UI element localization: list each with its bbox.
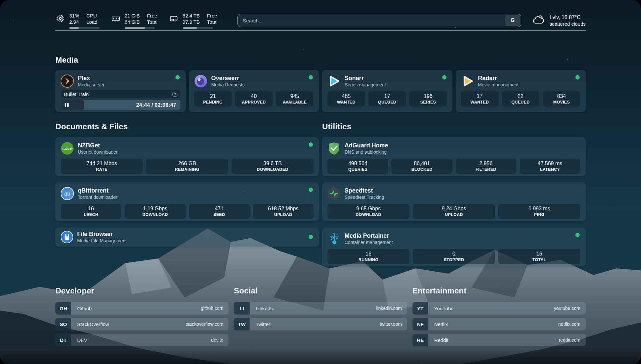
link-stackoverflow[interactable]: SO StackOverflow stackoverflow.com [55, 318, 229, 330]
stat-tile: 39.6 TBDOWNLOADED [231, 159, 314, 174]
weather-widget[interactable]: Lviv, 16.87°C scattered clouds [533, 14, 586, 27]
disk-free-label: Free [207, 13, 218, 19]
stat-tile: 16TOTAL [498, 249, 580, 264]
stat-tile: 0.993 msPING [498, 204, 580, 219]
link-url: twitter.com [380, 321, 402, 327]
link-url: youtube.com [554, 306, 580, 311]
link-name: Netflix [434, 321, 558, 327]
link-url: dev.to [211, 337, 223, 343]
link-reddit[interactable]: RE Reddit reddit.com [412, 334, 586, 346]
memory-icon [111, 14, 121, 25]
stat-tile: 0STOPPED [413, 249, 495, 264]
entertainment-heading: Entertainment [412, 286, 586, 295]
netflix-badge: NF [412, 318, 428, 330]
filebrowser-status-dot [309, 235, 313, 239]
adguard-card[interactable]: AdGuard Home DNS and adblocking 498,564Q… [322, 137, 586, 176]
portainer-card[interactable]: Media Portainer Container management 16R… [322, 228, 586, 266]
reddit-badge: RE [412, 334, 428, 346]
linkedin-badge: LI [234, 302, 250, 315]
link-youtube[interactable]: YT YouTube youtube.com [412, 302, 586, 315]
sonarr-status-dot [442, 75, 446, 79]
pause-icon [65, 103, 69, 107]
link-url: stackoverflow.com [186, 321, 223, 327]
adguard-icon [327, 142, 341, 155]
memory-stat: 21 GiB64 GiB FreeTotal [111, 13, 158, 29]
plex-subtitle: Media server [78, 82, 105, 88]
filebrowser-card[interactable]: File Browser Media File Management [55, 228, 319, 247]
stat-tile: 2,956FILTERED [456, 159, 516, 174]
speedtest-icon [327, 187, 341, 200]
memory-total-value: 64 GiB [125, 19, 140, 25]
link-netflix[interactable]: NF Netflix netflix.com [412, 318, 586, 330]
nzbget-card[interactable]: nzbget NZBGet Usenet downloader 744.21 M… [55, 137, 319, 176]
search-bar: G [237, 14, 521, 27]
overseerr-card[interactable]: Overseerr Media Requests 21PENDING 40APP… [189, 70, 319, 112]
nzbget-title: NZBGet [78, 142, 118, 149]
link-name: YouTube [434, 306, 554, 311]
link-github[interactable]: GH Github github.com [55, 302, 229, 315]
dashboard-screen: 31%2.94 CPULoad 21 GiB64 GiB FreeTotal [0, 0, 641, 364]
developer-heading: Developer [55, 286, 229, 295]
overseerr-status-dot [309, 75, 313, 79]
memory-progress-bar [125, 27, 155, 29]
portainer-icon [327, 232, 341, 245]
overseerr-icon [194, 75, 207, 88]
plex-progress-bar[interactable]: 24:44 / 02:06:47 [61, 100, 180, 110]
link-dev[interactable]: DT DEV dev.to [55, 334, 229, 346]
sonarr-subtitle: Series management [345, 82, 386, 88]
stat-tile: 21PENDING [194, 91, 232, 106]
stat-tile: 1.19 GbpsDOWNLOAD [125, 204, 185, 219]
stat-tile: 17WANTED [461, 91, 499, 106]
qbittorrent-status-dot [309, 188, 313, 192]
cpu-stat: 31%2.94 CPULoad [55, 13, 100, 29]
stackoverflow-badge: SO [55, 318, 71, 330]
search-engine-button[interactable]: G [505, 15, 520, 26]
section-utilities: Utilities AdGuard Home DNS and adblockin… [322, 120, 586, 266]
nzbget-status-dot [309, 142, 313, 147]
disk-progress-bar [183, 27, 213, 29]
filebrowser-icon [61, 231, 73, 243]
disk-free-value: 52.4 TB [183, 13, 200, 19]
stat-tile: 744.21 MbpsRATE [61, 159, 143, 174]
disk-icon [169, 14, 179, 25]
qbittorrent-card[interactable]: qb qBittorrent Torrent downloader 16LEEC… [55, 182, 319, 221]
radarr-status-dot [575, 75, 580, 79]
radarr-subtitle: Movie management [478, 82, 519, 88]
qbittorrent-title: qBittorrent [78, 187, 117, 194]
overseerr-subtitle: Media Requests [211, 82, 245, 88]
radarr-card[interactable]: Radarr Movie management 17WANTED 22QUEUE… [456, 70, 586, 112]
sonarr-icon [327, 75, 341, 88]
adguard-subtitle: DNS and adblocking [345, 149, 388, 155]
sonarr-title: Sonarr [345, 75, 386, 82]
filebrowser-subtitle: Media File Management [77, 238, 127, 244]
search-input[interactable] [238, 14, 521, 27]
link-linkedin[interactable]: LI LinkedIn linkedin.com [234, 302, 407, 315]
link-url: netflix.com [558, 321, 580, 327]
cloud-icon [533, 15, 545, 26]
adguard-title: AdGuard Home [345, 142, 388, 149]
link-name: Reddit [434, 337, 559, 343]
cpu-progress-bar [69, 27, 100, 29]
memory-free-label: Free [147, 13, 158, 19]
speedtest-title: Speedtest [345, 187, 384, 194]
stat-tile: 471SEED [189, 204, 250, 219]
link-twitter[interactable]: TW Twitter twitter.com [234, 318, 407, 330]
disk-total-value: 97.9 TB [183, 19, 200, 25]
link-url: reddit.com [559, 337, 580, 343]
disk-total-label: Total [207, 19, 218, 25]
link-url: linkedin.com [376, 306, 402, 311]
link-name: Twitter [256, 321, 380, 327]
cpu-load-label: Load [86, 19, 97, 25]
twitter-badge: TW [234, 318, 250, 330]
plex-card[interactable]: Plex Media server Bullet Train [55, 70, 186, 112]
social-heading: Social [234, 286, 407, 295]
section-developer: Developer GH Github github.com SO StackO… [55, 286, 229, 349]
link-name: StackOverflow [77, 321, 186, 327]
overseerr-title: Overseerr [211, 75, 245, 82]
header-divider [55, 30, 586, 31]
media-heading: Media [55, 55, 586, 65]
sonarr-card[interactable]: Sonarr Series management 485WANTED 17QUE… [322, 70, 452, 112]
section-entertainment: Entertainment YT YouTube youtube.com NF … [412, 286, 586, 349]
speedtest-card[interactable]: Speedtest Speedtest Tracking 9.65 GbpsDO… [322, 182, 586, 221]
stat-tile: 16LEECH [61, 204, 121, 219]
